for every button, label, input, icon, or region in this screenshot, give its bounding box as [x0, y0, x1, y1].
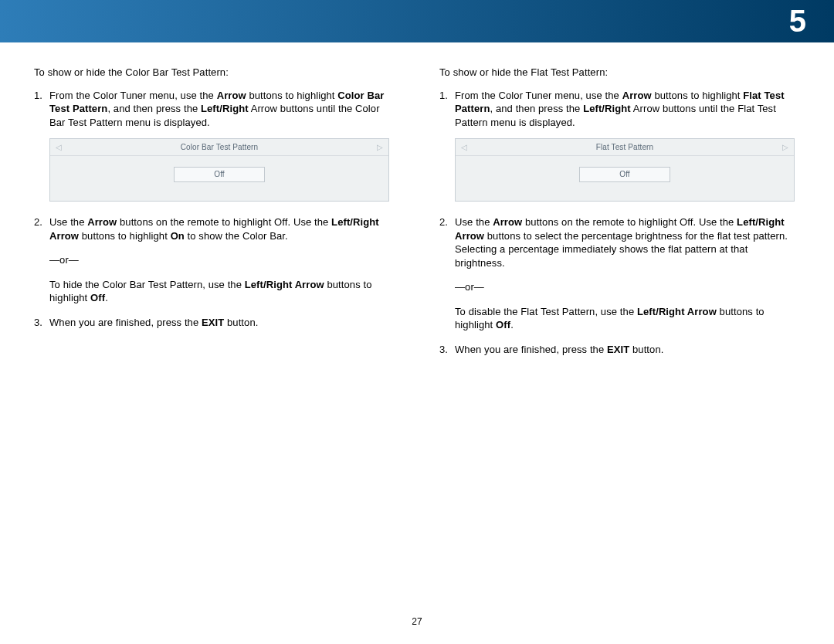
triangle-left-icon: ◁ [456, 142, 473, 153]
left-column: To show or hide the Color Bar Test Patte… [34, 66, 395, 368]
right-column: To show or hide the Flat Test Pattern: F… [439, 66, 800, 368]
triangle-right-icon: ▷ [371, 142, 388, 153]
right-intro: To show or hide the Flat Test Pattern: [439, 66, 800, 80]
chapter-header: 5 [0, 0, 834, 42]
menu-title-row: ◁ Flat Test Pattern ▷ [456, 139, 794, 156]
menu-value-button: Off [174, 167, 265, 182]
menu-title: Flat Test Pattern [473, 142, 777, 153]
right-step-2: Use the Arrow buttons on the remote to h… [455, 215, 800, 332]
right-step-3: When you are finished, press the EXIT bu… [455, 343, 800, 357]
left-intro: To show or hide the Color Bar Test Patte… [34, 66, 395, 80]
chapter-number: 5 [789, 4, 806, 39]
color-bar-menu-box: ◁ Color Bar Test Pattern ▷ Off [49, 138, 389, 202]
menu-value-button: Off [579, 167, 670, 182]
right-step-1: From the Color Tuner menu, use the Arrow… [455, 89, 800, 202]
left-step-1: From the Color Tuner menu, use the Arrow… [49, 89, 395, 202]
left-or: —or— [49, 253, 395, 267]
triangle-left-icon: ◁ [50, 142, 67, 153]
page-number: 27 [0, 616, 834, 627]
menu-title: Color Bar Test Pattern [67, 142, 371, 153]
left-step-3: When you are finished, press the EXIT bu… [49, 316, 395, 330]
left-step-2: Use the Arrow buttons on the remote to h… [49, 215, 395, 305]
triangle-right-icon: ▷ [777, 142, 794, 153]
flat-menu-box: ◁ Flat Test Pattern ▷ Off [455, 138, 795, 202]
menu-title-row: ◁ Color Bar Test Pattern ▷ [50, 139, 388, 156]
right-or: —or— [455, 280, 800, 294]
